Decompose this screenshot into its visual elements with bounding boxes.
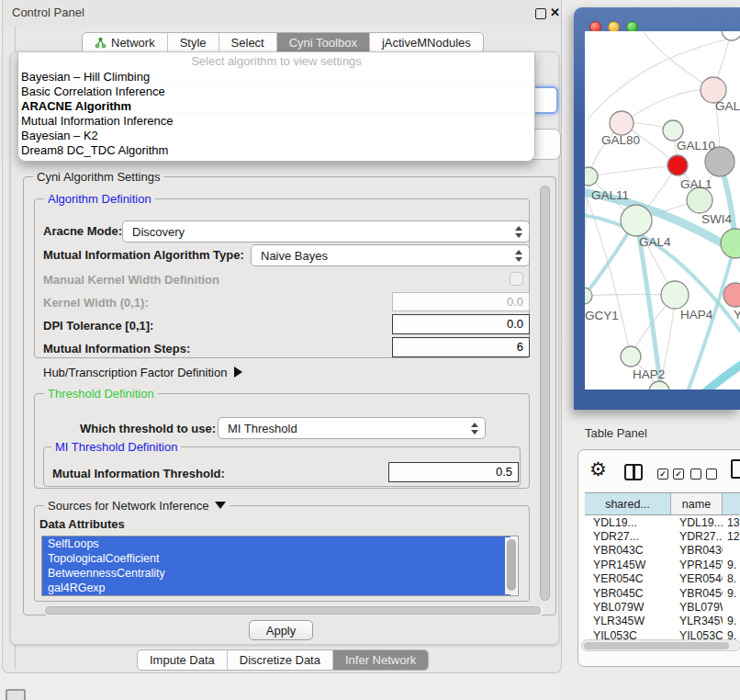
stepper-arrows-icon [514, 249, 522, 263]
network-node[interactable] [721, 229, 740, 258]
table-row[interactable]: YBL079WYBL079W [585, 600, 740, 614]
table-horizontal-scrollbar[interactable] [581, 639, 740, 651]
dropdown-item[interactable]: Bayesian – Hill Climbing [18, 70, 534, 85]
dropdown-item[interactable]: ARACNE Algorithm [18, 99, 534, 114]
table-row[interactable]: YBR045CYBR045C9. [585, 586, 740, 600]
node-label: GCY1 [585, 309, 619, 322]
attribute-list-item[interactable]: BetweennessCentrality [42, 566, 510, 581]
tab-select[interactable]: Select [219, 33, 276, 52]
table-cell: 9. [723, 615, 740, 627]
data-attributes-list[interactable]: SelfLoopsTopologicalCoefficientBetweenne… [41, 536, 519, 596]
kernel-width-field[interactable]: 0.0 [392, 292, 530, 311]
table-cell: YER054C [585, 572, 671, 585]
network-node[interactable] [621, 346, 641, 367]
mi-algorithm-type-combobox[interactable]: Naive Bayes [251, 244, 530, 266]
table-row[interactable]: YBR043CYBR043C [585, 544, 740, 558]
select-all-columns-icon[interactable]: ✓ ✓ [657, 469, 684, 480]
table-row[interactable]: YDR27...YDR27...12 [585, 529, 740, 543]
gear-icon[interactable]: ⚙ [589, 458, 607, 480]
settings-vertical-scrollbar[interactable] [539, 184, 551, 608]
scrollbar-thumb[interactable] [584, 642, 729, 649]
settings-horizontal-scrollbar[interactable] [43, 605, 544, 615]
table-cell: YIL053C [585, 629, 671, 639]
table-cell: YDR27... [585, 530, 671, 543]
dpi-tolerance-field[interactable]: 0.0 [392, 314, 530, 334]
mi-steps-field[interactable]: 6 [392, 337, 530, 357]
node-label: HAP4 [680, 308, 713, 322]
docked-panel-chip[interactable] [6, 689, 26, 700]
network-tree-icon [95, 37, 107, 49]
node-label: GAL1 [680, 177, 712, 191]
tab-network[interactable]: Network [83, 33, 167, 52]
control-panel-window: Control Panel ✕ NetworkStyleSelectCyni T… [2, 0, 562, 673]
column-header[interactable] [723, 493, 740, 514]
network-node[interactable] [649, 381, 669, 390]
dropdown-item[interactable]: Basic Correlation Inference [18, 85, 534, 99]
scrollbar-thumb[interactable] [45, 606, 541, 615]
tab-label: Network [111, 36, 155, 50]
network-node[interactable] [585, 167, 598, 186]
attribute-list-item[interactable]: TopologicalCoefficient [42, 551, 510, 566]
mi-type-value: Naive Bayes [261, 249, 328, 263]
attributes-scrollbar[interactable] [505, 537, 517, 594]
hub-definition-toggle[interactable]: Hub/Transcription Factor Definition [43, 366, 242, 379]
table-row[interactable]: YLR345WYLR345W9. [585, 615, 740, 628]
dropdown-item[interactable]: Mutual Information Inference [18, 114, 534, 129]
network-node[interactable] [663, 120, 683, 141]
column-header[interactable]: shared... [585, 493, 671, 514]
scrollbar-thumb[interactable] [507, 539, 516, 591]
tab-jactivemnodules[interactable]: jActiveMNodules [369, 33, 483, 52]
new-table-icon[interactable] [731, 459, 740, 479]
table-row[interactable]: YDL19...YDL19...13 [585, 515, 740, 529]
table-row[interactable]: YPR145WYPR145W9. [585, 558, 740, 571]
tab-cyni-toolbox[interactable]: Cyni Toolbox [276, 33, 369, 52]
float-panel-icon[interactable] [535, 8, 546, 19]
table-cell: YDL19... [585, 516, 671, 529]
which-threshold-combobox[interactable]: MI Threshold [218, 417, 486, 439]
table-cell: 9. [723, 629, 740, 639]
tab-label: Infer Network [345, 653, 416, 667]
attribute-list-item[interactable]: SelfLoops [42, 536, 510, 551]
scrollbar-thumb[interactable] [540, 186, 550, 601]
network-node[interactable] [661, 281, 689, 309]
network-node[interactable] [610, 111, 633, 135]
table-cell: 9. [723, 559, 740, 571]
dropdown-item-list: Bayesian – Hill ClimbingBasic Correlatio… [18, 70, 534, 158]
dpi-tolerance-label: DPI Tolerance [0,1]: [43, 319, 153, 333]
network-canvas[interactable]: GALGAL80GAL10GAL1GAL11SWI4GAL4GCY1HAP4YH… [585, 31, 740, 390]
network-node[interactable] [723, 283, 740, 307]
tab-discretize-data[interactable]: Discretize Data [227, 650, 332, 670]
table-panel-title: Table Panel [585, 426, 647, 440]
manual-kernel-checkbox[interactable] [510, 272, 523, 286]
network-node[interactable] [621, 205, 652, 236]
apply-button[interactable]: Apply [249, 620, 313, 640]
dropdown-placeholder: Select algorithm to view settings [18, 52, 534, 70]
tab-infer-network[interactable]: Infer Network [332, 650, 428, 670]
network-node[interactable] [722, 31, 740, 40]
table-cell: 8. [723, 572, 740, 585]
tab-impute-data[interactable]: Impute Data [138, 650, 227, 670]
table-row[interactable]: YIL053CYIL053C9. [585, 628, 740, 639]
mi-threshold-field[interactable]: 0.5 [388, 462, 519, 482]
column-header[interactable]: name [671, 493, 723, 514]
manual-kernel-label: Manual Kernel Width Definition [43, 273, 219, 287]
table-cell: 12 [723, 530, 740, 543]
table-cell: 13 [723, 516, 740, 529]
table-cell: YPR145W [671, 559, 723, 571]
tab-style[interactable]: Style [167, 33, 219, 52]
network-node[interactable] [585, 288, 592, 304]
dropdown-item[interactable]: Dream8 DC_TDC Algorithm [18, 143, 534, 158]
close-panel-icon[interactable]: ✕ [550, 6, 560, 19]
network-node[interactable] [667, 155, 688, 175]
aracne-mode-combobox[interactable]: Discovery [122, 220, 530, 243]
table-row[interactable]: YER054CYER054C8. [585, 572, 740, 586]
control-panel-titlebar: Control Panel ✕ [3, 0, 561, 26]
dropdown-item[interactable]: Bayesian – K2 [18, 129, 534, 143]
deselect-all-columns-icon[interactable] [690, 469, 717, 480]
bottom-tabbar: Impute DataDiscretize DataInfer Network [137, 649, 429, 671]
tab-label: Style [180, 36, 207, 50]
attribute-list-item[interactable]: gal4RGexp [42, 581, 510, 595]
columns-icon[interactable] [624, 464, 643, 480]
sources-group-title[interactable]: Sources for Network Inference [44, 499, 230, 513]
network-node[interactable] [687, 187, 712, 213]
